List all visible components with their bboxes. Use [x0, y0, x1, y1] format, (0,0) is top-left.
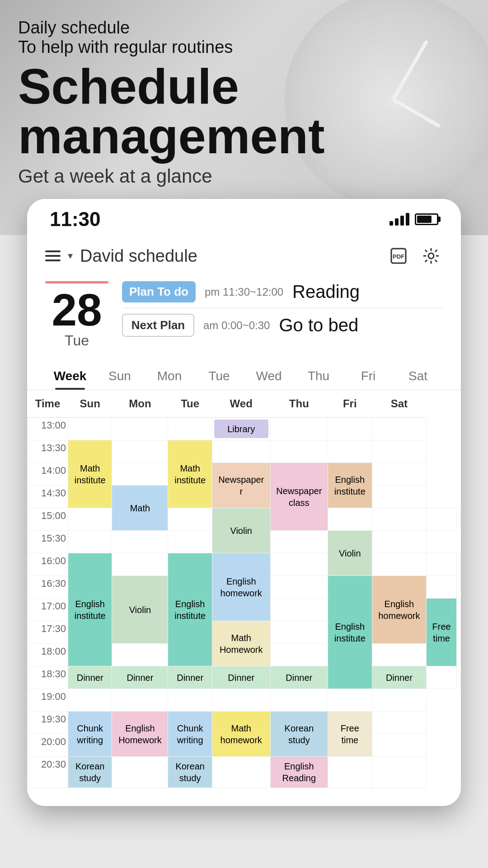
- table-row: 19:30 Chunk writing English Homework Chu…: [28, 712, 461, 734]
- english-inst-tue-event: English institute: [170, 555, 210, 664]
- status-icons: [389, 213, 438, 226]
- hero-subtitle: Daily schedule: [18, 18, 325, 38]
- menu-button[interactable]: [45, 250, 61, 261]
- math-hw-mon-cell: Math Homework: [212, 621, 270, 666]
- time-1600: 16:00: [28, 553, 68, 576]
- col-thu: Thu: [270, 390, 328, 418]
- math-hw-wed-cell: Math homework: [212, 712, 270, 757]
- hero-title: Schedule management: [18, 61, 325, 161]
- time-1430: 14:30: [28, 486, 68, 508]
- table-row: 16:00 English institute English institut…: [28, 553, 461, 576]
- english-reading-thu-event: English Reading: [272, 759, 326, 786]
- free-time-fri-event: Free time: [330, 713, 370, 755]
- dinner-fri: Dinner: [374, 668, 425, 687]
- korean-sun-cell: Korean study: [68, 757, 112, 788]
- english-hw-mon-cell: English Homework: [112, 712, 168, 757]
- plan-activity: Reading: [292, 282, 443, 302]
- math-inst-tue-event: Math institute: [170, 442, 210, 506]
- tab-week[interactable]: Week: [45, 363, 95, 390]
- table-row: 15:00 Violin: [28, 508, 461, 531]
- plan-divider: [122, 308, 443, 308]
- math-inst-sun-cell: Math institute: [68, 440, 112, 508]
- time-1930: 19:30: [28, 712, 68, 734]
- time-1400: 14:00: [28, 463, 68, 486]
- chunk-sun-event: Chunk writing: [70, 713, 110, 755]
- header-row: Time Sun Mon Tue Wed Thu Fri Sat: [28, 390, 461, 418]
- week-tabs: Week Sun Mon Tue Wed Thu Fri Sat: [27, 358, 461, 390]
- chunk-tue-event: Chunk writing: [170, 713, 210, 755]
- pdf-export-button[interactable]: PDF: [387, 244, 410, 268]
- svg-point-2: [428, 253, 434, 259]
- newspaper-wed-cell: Newspaper r: [212, 463, 270, 508]
- table-row: 19:00: [28, 689, 461, 712]
- dropdown-arrow-icon[interactable]: ▾: [68, 250, 73, 262]
- dinner-wed: Dinner: [214, 668, 268, 687]
- col-wed: Wed: [212, 390, 270, 418]
- time-1630: 16:30: [28, 576, 68, 599]
- korean-sun-event: Korean study: [70, 759, 110, 786]
- col-fri: Fri: [328, 390, 372, 418]
- english-inst-fri-cell: English institute: [328, 463, 372, 508]
- english-inst-sun-cell: English institute: [68, 553, 112, 666]
- newspaper-thu-cell: Newspaper class: [270, 463, 328, 531]
- col-tue: Tue: [168, 390, 212, 418]
- dinner-mon-cell: Dinner: [112, 666, 168, 689]
- time-1730: 17:30: [28, 621, 68, 644]
- free-time-fri-cell: Free time: [328, 712, 372, 757]
- math-inst-tue-cell: Math institute: [168, 440, 212, 508]
- english-hw-fri-cell: English homework: [372, 576, 427, 644]
- current-plan-row: Plan To do pm 11:30~12:00 Reading: [122, 281, 443, 302]
- tab-sat[interactable]: Sat: [393, 363, 443, 390]
- dinner-sun: Dinner: [70, 668, 110, 687]
- hero-secondary: To help with regular routines: [18, 38, 325, 57]
- time-1830: 18:30: [28, 666, 68, 689]
- calendar-wrap: Time Sun Mon Tue Wed Thu Fri Sat 13:00: [27, 390, 461, 788]
- settings-button[interactable]: [419, 244, 443, 268]
- time-1500: 15:00: [28, 508, 68, 531]
- korean-tue-event: Korean study: [170, 759, 210, 786]
- dinner-fri-cell: Dinner: [372, 666, 427, 689]
- english-inst-tue-cell: English institute: [168, 553, 212, 666]
- svg-text:PDF: PDF: [393, 253, 404, 260]
- next-plan-row: Next Plan am 0:00~0:30 Go to bed: [122, 314, 443, 337]
- english-inst-fri-event: English institute: [330, 465, 370, 506]
- chunk-tue-cell: Chunk writing: [168, 712, 212, 757]
- app-header: ▾ David schedule PDF: [27, 235, 461, 277]
- math-hw-mon-event: Math Homework: [214, 623, 268, 664]
- tab-sun[interactable]: Sun: [95, 363, 145, 390]
- hero-text-block: Daily schedule To help with regular rout…: [18, 18, 325, 187]
- table-row: 13:30 Math institute Math institute: [28, 440, 461, 463]
- plan-section: Plan To do pm 11:30~12:00 Reading Next P…: [122, 281, 443, 337]
- math-inst-sun-event: Math institute: [70, 442, 110, 506]
- english-hw-fri-event: English homework: [374, 578, 425, 642]
- date-section: 28 Tue: [45, 281, 108, 349]
- english-inst-thu-event: English institute: [330, 578, 370, 687]
- library-event: Library: [214, 420, 268, 438]
- tab-thu[interactable]: Thu: [294, 363, 343, 390]
- free-time-wed-event: Free time: [428, 600, 455, 664]
- violin-mon-cell: Violin: [112, 576, 168, 644]
- violin-wed-event: Violin: [214, 510, 268, 551]
- time-2030: 20:30: [28, 757, 68, 788]
- status-time: 11:30: [50, 208, 101, 231]
- english-inst-sun-event: English institute: [70, 555, 110, 664]
- col-sat: Sat: [372, 390, 427, 418]
- newspaper-wed-event: Newspaper r: [214, 465, 268, 506]
- time-1530: 15:30: [28, 531, 68, 553]
- tab-mon[interactable]: Mon: [145, 363, 194, 390]
- english-inst-thu-cell: English institute: [328, 576, 372, 689]
- date-day: Tue: [65, 332, 89, 349]
- english-hw-wed-event: English homework: [214, 555, 268, 619]
- chunk-sun-cell: Chunk writing: [68, 712, 112, 757]
- schedule-name: David schedule: [80, 246, 197, 266]
- tab-wed[interactable]: Wed: [244, 363, 294, 390]
- free-time-wed-cell: Free time: [427, 599, 457, 666]
- status-bar: 11:30: [27, 199, 461, 235]
- table-row: 18:30 Dinner Dinner Dinner Dinner Dinner: [28, 666, 461, 689]
- tab-fri[interactable]: Fri: [343, 363, 393, 390]
- plan-to-do-badge: Plan To do: [122, 281, 196, 302]
- date-underline: [45, 281, 108, 283]
- table-row: 20:30 Korean study Korean study English …: [28, 757, 461, 788]
- time-2000: 20:00: [28, 734, 68, 757]
- tab-tue[interactable]: Tue: [194, 363, 244, 390]
